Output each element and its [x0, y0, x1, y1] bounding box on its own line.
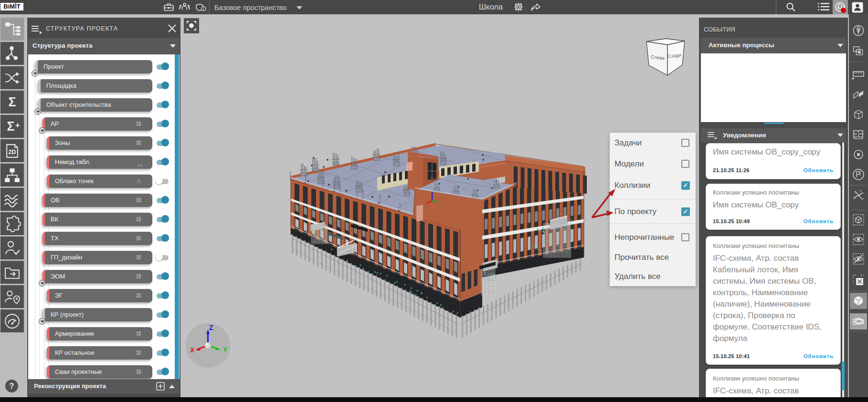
- svg-text:X: X: [190, 346, 195, 354]
- svg-text:+: +: [15, 121, 20, 129]
- svg-text:2: 2: [860, 189, 862, 192]
- svg-text:Z: Z: [209, 324, 213, 331]
- svg-text:Σ: Σ: [8, 95, 16, 109]
- svg-text:Σ: Σ: [7, 119, 14, 134]
- svg-text:2D: 2D: [9, 149, 16, 155]
- svg-text:Y: Y: [223, 346, 228, 353]
